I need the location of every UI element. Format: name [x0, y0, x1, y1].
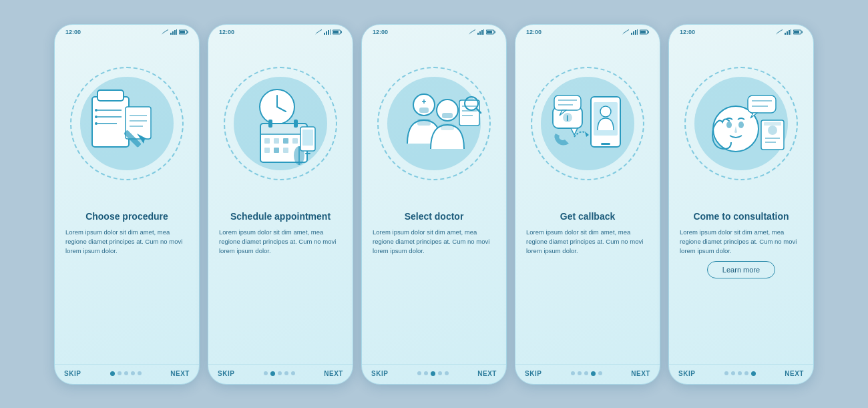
svg-rect-34 [268, 120, 272, 128]
next-3[interactable]: NEXT [477, 370, 497, 377]
phone-5: 12:00 [668, 24, 814, 385]
svg-point-13 [95, 116, 97, 118]
illustration-3 [362, 37, 506, 210]
svg-rect-2 [174, 30, 176, 35]
svg-point-12 [95, 109, 97, 112]
title-3: Select doctor [373, 210, 495, 222]
body-4: Lorem ipsum dolor sit dim amet, mea regi… [526, 228, 649, 256]
dot-1-2 [118, 371, 122, 375]
time-2: 12:00 [219, 29, 234, 35]
svg-rect-41 [274, 148, 279, 153]
svg-rect-70 [633, 31, 634, 35]
content-5: Come to consultation Lorem ipsum dolor s… [669, 210, 813, 284]
svg-rect-36 [264, 138, 270, 144]
learn-more-button[interactable]: Learn more [707, 261, 775, 278]
dot-5-5 [751, 371, 756, 376]
skip-1[interactable]: SKIP [64, 370, 81, 377]
svg-rect-49 [479, 31, 481, 35]
skip-2[interactable]: SKIP [218, 370, 234, 377]
svg-rect-99 [748, 95, 776, 113]
svg-rect-23 [328, 30, 329, 35]
phones-container: 12:00 [41, 11, 827, 398]
calendar-icon [227, 70, 334, 177]
next-5[interactable]: NEXT [785, 370, 804, 377]
svg-point-14 [95, 122, 97, 125]
status-bar-5: 12:00 [669, 25, 813, 37]
title-5: Come to consultation [680, 210, 803, 222]
svg-rect-35 [294, 120, 298, 128]
svg-rect-90 [787, 31, 788, 35]
svg-rect-51 [483, 29, 484, 35]
phone-2: 12:00 [208, 24, 353, 385]
dot-5-1 [724, 371, 728, 375]
dots-3 [417, 371, 449, 376]
svg-rect-48 [477, 33, 479, 35]
title-1: Choose procedure [65, 210, 188, 222]
illustration-2 [208, 37, 353, 210]
svg-rect-75 [640, 31, 646, 33]
status-bar-4: 12:00 [515, 25, 660, 37]
dot-2-2 [270, 371, 275, 376]
svg-rect-95 [794, 31, 799, 33]
svg-rect-62 [441, 124, 454, 130]
svg-rect-78 [601, 143, 610, 145]
dot-2-3 [278, 371, 282, 375]
callback-icon: i [534, 70, 641, 177]
svg-rect-24 [330, 29, 331, 35]
svg-rect-5 [188, 31, 189, 33]
body-3: Lorem ipsum dolor sit dim amet, mea regi… [373, 228, 495, 256]
nav-3: SKIP NEXT [362, 364, 506, 384]
skip-3[interactable]: SKIP [371, 370, 388, 377]
svg-rect-59 [419, 108, 429, 113]
svg-point-98 [738, 122, 744, 128]
dot-1-5 [138, 371, 142, 375]
time-1: 12:00 [65, 29, 81, 35]
dots-2 [264, 371, 295, 376]
svg-rect-3 [176, 29, 177, 35]
svg-marker-84 [585, 132, 589, 137]
dot-4-3 [584, 371, 588, 375]
svg-rect-47 [305, 153, 310, 154]
body-1: Lorem ipsum dolor sit dim amet, mea regi… [65, 228, 188, 256]
svg-rect-22 [326, 31, 327, 35]
svg-rect-40 [264, 148, 270, 153]
status-icons-2 [315, 29, 342, 35]
svg-point-97 [726, 122, 732, 128]
body-2: Lorem ipsum dolor sit dim amet, mea regi… [219, 228, 342, 256]
title-4: Get callback [526, 210, 649, 222]
dots-1 [110, 371, 142, 376]
dots-4 [571, 371, 602, 376]
dot-3-5 [445, 371, 449, 375]
svg-rect-58 [417, 119, 431, 126]
illustration-1 [55, 37, 199, 210]
nav-1: SKIP NEXT [55, 364, 199, 384]
dot-4-2 [578, 371, 582, 375]
dot-1-1 [110, 371, 115, 376]
svg-point-104 [768, 126, 777, 135]
skip-5[interactable]: SKIP [678, 370, 695, 377]
phone-4: 12:00 i [515, 24, 660, 385]
svg-rect-27 [333, 31, 339, 33]
next-2[interactable]: NEXT [324, 370, 343, 377]
svg-rect-74 [648, 31, 650, 33]
content-1: Choose procedure Lorem ipsum dolor sit d… [55, 210, 199, 262]
dot-1-4 [131, 371, 135, 375]
next-1[interactable]: NEXT [170, 370, 190, 377]
svg-rect-8 [97, 90, 124, 101]
svg-rect-0 [170, 33, 172, 35]
svg-rect-39 [292, 138, 298, 144]
nav-2: SKIP NEXT [208, 364, 353, 384]
phone-3: 12:00 [361, 24, 507, 385]
svg-rect-69 [631, 33, 632, 35]
nav-4: SKIP NEXT [515, 364, 660, 384]
next-4[interactable]: NEXT [631, 370, 650, 377]
dot-1-3 [124, 371, 128, 375]
svg-rect-94 [802, 31, 803, 33]
time-4: 12:00 [526, 29, 541, 35]
svg-point-79 [600, 106, 611, 117]
skip-4[interactable]: SKIP [525, 370, 541, 377]
svg-rect-46 [302, 130, 313, 146]
dot-4-1 [571, 371, 575, 375]
dot-4-5 [598, 371, 602, 375]
content-3: Select doctor Lorem ipsum dolor sit dim … [362, 210, 506, 262]
